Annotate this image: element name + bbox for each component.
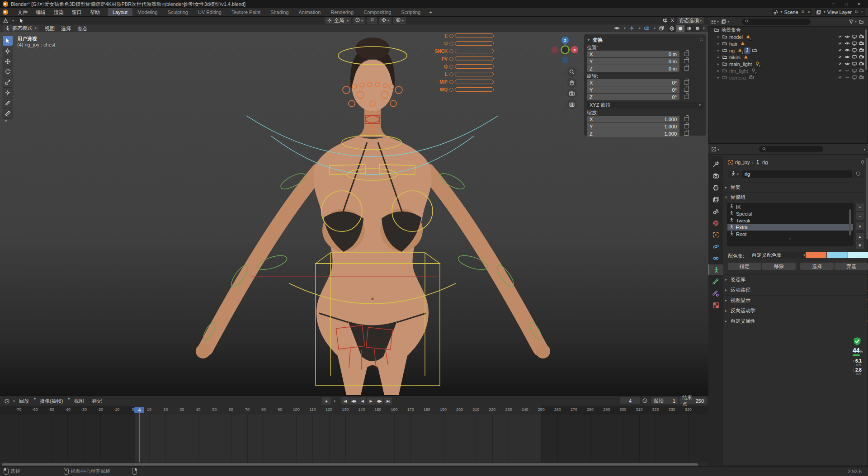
expand-icon[interactable]: ▸ (717, 42, 722, 46)
properties-tab-object-data[interactable] (708, 264, 723, 275)
timeline-menu-0[interactable]: 回放 (15, 397, 33, 405)
panel-反向运动学[interactable]: ▸反向运动学∷ (723, 306, 868, 315)
disable-render-camera-icon[interactable] (859, 68, 864, 74)
panel-运动路径[interactable]: ▸运动路径∷ (723, 285, 868, 294)
expand-icon[interactable]: ▸ (717, 48, 722, 52)
previous-keyframe-button[interactable]: ◀◆ (349, 397, 358, 405)
slider-handle-icon[interactable] (449, 34, 453, 38)
lock-icon[interactable] (684, 132, 689, 136)
hide-viewport-eye-icon[interactable] (844, 54, 850, 61)
pose-options-dropdown[interactable]: 姿态选项▾ (677, 17, 704, 24)
orthographic-toggle-icon[interactable] (567, 99, 577, 109)
play-button[interactable]: ▶ (367, 397, 375, 405)
slider-track[interactable] (455, 41, 494, 46)
slider-handle-icon[interactable] (449, 65, 453, 69)
rotation-z-field[interactable]: Z0° (587, 94, 679, 100)
selectable-checkbox[interactable] (837, 54, 843, 61)
workspace-tab-uv-editing[interactable]: UV Editing (193, 8, 226, 16)
outliner-row-main_light[interactable]: ▸ main_light 2 (708, 61, 868, 67)
tool-cursor-tool[interactable] (3, 46, 13, 56)
outliner-row-camera[interactable]: ▸ camera (708, 74, 868, 81)
pin-icon[interactable]: ⚲ (861, 160, 864, 165)
disable-render-camera-icon[interactable] (859, 75, 864, 81)
move-down-button[interactable]: ▼ (855, 241, 864, 250)
properties-tab-scene[interactable] (708, 206, 723, 217)
selectable-checkbox[interactable] (837, 75, 843, 81)
add-group-button[interactable]: ＋ (855, 203, 864, 212)
properties-tab-view-layer[interactable] (708, 194, 723, 205)
move-up-button[interactable]: ▲ (855, 232, 864, 241)
selectable-checkbox[interactable] (837, 41, 843, 47)
menu-帮助[interactable]: 帮助 (86, 9, 104, 15)
armature-name-field[interactable]: rig (742, 170, 852, 178)
hide-viewport-eye-icon[interactable] (844, 41, 850, 47)
outliner-display-mode-icon[interactable] (721, 19, 726, 24)
pose-breakdowner-icon[interactable] (662, 18, 668, 24)
workspace-tab-animation[interactable]: Animation (294, 8, 326, 16)
tool-measure[interactable] (3, 108, 13, 118)
auto-keying-record-button[interactable]: ● (322, 397, 331, 405)
outliner-item-name[interactable]: camera (729, 75, 746, 80)
menu-文件[interactable]: 文件 (14, 9, 32, 15)
location-z-field[interactable]: Z0 m (587, 65, 679, 72)
slider-handle-icon[interactable] (449, 57, 453, 61)
disable-render-camera-icon[interactable] (859, 61, 864, 67)
disable-viewport-monitor-icon[interactable] (852, 61, 857, 67)
lock-icon[interactable] (684, 66, 689, 71)
object-visibility-dropdown[interactable] (614, 25, 620, 31)
rig-slider-MIP[interactable]: MIP (432, 79, 494, 85)
list-resize-grip[interactable]: ∷ (727, 237, 853, 241)
rotation-mode-dropdown[interactable]: XYZ 欧拉▾ (587, 102, 703, 108)
properties-tab-texture[interactable] (708, 300, 723, 311)
menu-渲染[interactable]: 渲染 (50, 9, 68, 15)
net-speed-widget[interactable]: 44% ↑6.1 K/s ↓2.8 K/s (853, 337, 868, 373)
expand-icon[interactable]: ▸ (717, 75, 722, 80)
blender-menu-icon[interactable] (0, 8, 14, 16)
next-keyframe-button[interactable]: ◆▶ (375, 397, 383, 405)
lock-icon[interactable] (684, 52, 689, 56)
workspace-tab-rendering[interactable]: Rendering (326, 8, 359, 16)
proportional-editing-dropdown[interactable]: ▾ (393, 17, 406, 24)
panel-skeleton[interactable]: ▸骨架∷ (723, 182, 868, 192)
timeline-menu-1[interactable]: 摄像(插帧) (36, 397, 67, 405)
xray-toggle[interactable] (659, 25, 665, 31)
bone-group-item-root[interactable]: Root (727, 231, 853, 237)
toolbar-expand-icon[interactable]: ▾ (5, 119, 7, 123)
button-指定[interactable]: 指定 (728, 263, 761, 270)
outliner-item-name[interactable]: main_light (729, 61, 752, 67)
slider-track[interactable] (455, 64, 494, 69)
outliner-item-name[interactable]: model (729, 34, 743, 40)
location-x-field[interactable]: X0 m (587, 51, 679, 57)
armature-browse-icon[interactable]: ▾ (728, 170, 741, 178)
lock-icon[interactable] (684, 88, 689, 92)
timeline-menu-3[interactable]: 标记 (88, 397, 106, 405)
tool-select-box[interactable] (3, 36, 13, 46)
filter-icon[interactable] (849, 19, 854, 24)
slider-handle-icon[interactable] (449, 72, 453, 76)
scale-z-field[interactable]: Z1.000 (587, 130, 679, 137)
material-shading-button[interactable] (685, 25, 693, 32)
outliner-search-input[interactable] (742, 19, 811, 25)
snap-toggle[interactable] (367, 17, 377, 24)
workspace-tab-texture-paint[interactable]: Texture Paint (226, 8, 265, 16)
fake-user-shield-icon[interactable] (853, 170, 863, 178)
wireframe-shading-button[interactable] (668, 25, 676, 32)
slider-track[interactable] (455, 57, 494, 61)
snap-settings-dropdown[interactable]: ▾ (379, 17, 392, 24)
outliner-editor-type-icon[interactable] (711, 19, 716, 24)
transform-orientation-dropdown[interactable]: 全局▾ (325, 17, 351, 24)
rig-slider-E[interactable]: E (432, 33, 494, 39)
button-选择[interactable]: 选择 (800, 263, 834, 270)
workspace-tab-shading[interactable]: Shading (265, 8, 293, 16)
viewport-menu-视图[interactable]: 视图 (42, 24, 58, 33)
scene-selector[interactable]: ▾ Scene ⧉ ✕ (772, 9, 812, 15)
panel-视图显示[interactable]: ▸视图显示∷ (723, 295, 868, 305)
menu-编辑[interactable]: 编辑 (32, 9, 50, 15)
properties-tab-output[interactable] (708, 182, 723, 193)
slider-track[interactable] (455, 72, 494, 76)
workspace-tab-compositing[interactable]: Compositing (359, 8, 396, 16)
active-tool-icon[interactable] (14, 18, 29, 24)
rig-slider-PV[interactable]: PV (432, 56, 494, 62)
workspace-tab-layout[interactable]: Layout (108, 8, 132, 16)
viewport-menu-姿态[interactable]: 姿态 (74, 24, 90, 33)
